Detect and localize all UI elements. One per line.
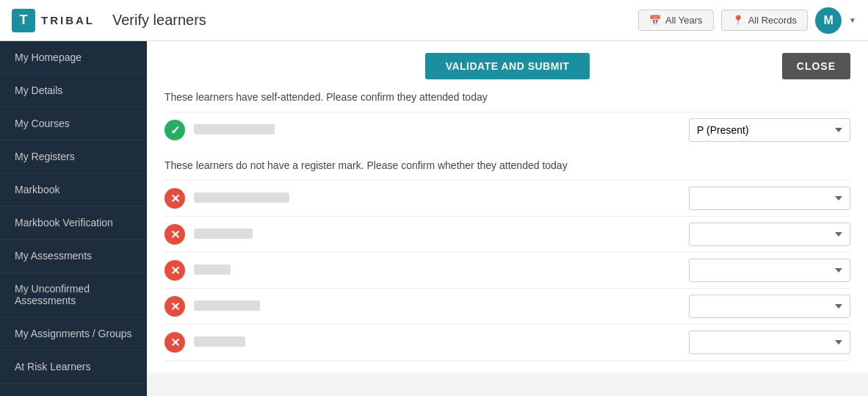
- all-years-label: All Years: [665, 15, 703, 26]
- header-actions: 📅 All Years 📍 All Records M ▼: [638, 7, 856, 34]
- attendance-select-nm5[interactable]: P (Present) A (Absent) L (Late): [689, 331, 850, 354]
- close-button[interactable]: CLOSE: [782, 53, 850, 79]
- x-icon: [164, 332, 185, 353]
- x-icon: [164, 260, 185, 281]
- attendance-select-sa1[interactable]: P (Present) A (Absent) L (Late): [689, 118, 850, 142]
- all-records-button[interactable]: 📍 All Records: [721, 10, 808, 31]
- validate-submit-button[interactable]: VALIDATE AND SUBMIT: [425, 53, 590, 79]
- learner-name-blurred: [194, 264, 689, 277]
- x-icon: [164, 224, 185, 245]
- check-icon: [164, 120, 185, 140]
- sidebar-item-my-unconfirmed-assessments[interactable]: My Unconfirmed Assessments: [0, 273, 147, 317]
- sidebar-item-markbook[interactable]: Markbook: [0, 173, 147, 206]
- learner-row: P (Present) A (Absent) L (Late): [164, 324, 850, 361]
- header: T TRIBAL Verify learners 📅 All Years 📍 A…: [0, 0, 868, 41]
- learner-name-blurred: [194, 300, 689, 313]
- attendance-select-nm4[interactable]: P (Present) A (Absent) L (Late): [689, 295, 850, 318]
- x-icon: [164, 296, 185, 317]
- layout: My Homepage My Details My Courses My Reg…: [0, 41, 868, 396]
- sidebar-item-my-registers[interactable]: My Registers: [0, 140, 147, 173]
- sidebar-item-markbook-verification[interactable]: Markbook Verification: [0, 206, 147, 240]
- attendance-select-nm2[interactable]: P (Present) A (Absent) L (Late): [689, 223, 850, 246]
- learner-name-blurred: [194, 192, 689, 205]
- learner-row: P (Present) A (Absent) L (Late): [164, 180, 850, 216]
- learner-name-blurred: [194, 124, 689, 137]
- learner-row: P (Present) A (Absent) L (Late): [164, 112, 850, 148]
- logo-box: T: [12, 9, 35, 32]
- attendance-select-nm3[interactable]: P (Present) A (Absent) L (Late): [689, 259, 850, 282]
- sidebar-item-my-assessments[interactable]: My Assessments: [0, 240, 147, 273]
- sidebar-item-at-risk-learners[interactable]: At Risk Learners: [0, 350, 147, 384]
- learner-name-blurred: [194, 228, 689, 241]
- toolbar-row: VALIDATE AND SUBMIT CLOSE: [164, 53, 850, 79]
- attendance-select-nm1[interactable]: P (Present) A (Absent) L (Late): [689, 187, 850, 210]
- logo-area: T TRIBAL: [12, 9, 95, 32]
- all-years-button[interactable]: 📅 All Years: [638, 10, 714, 31]
- sidebar-item-my-assignments-groups[interactable]: My Assignments / Groups: [0, 317, 147, 350]
- page-title: Verify learners: [112, 12, 638, 29]
- x-icon: [164, 188, 185, 209]
- content-area: VALIDATE AND SUBMIT CLOSE These learners…: [147, 41, 868, 372]
- section2-label: These learners do not have a register ma…: [164, 159, 850, 171]
- sidebar-item-my-details[interactable]: My Details: [0, 74, 147, 107]
- pin-icon: 📍: [732, 15, 744, 26]
- user-avatar-button[interactable]: M: [815, 7, 842, 34]
- learner-row: P (Present) A (Absent) L (Late): [164, 288, 850, 324]
- learner-name-blurred: [194, 336, 689, 349]
- learner-row: P (Present) A (Absent) L (Late): [164, 216, 850, 252]
- all-records-label: All Records: [748, 15, 797, 26]
- chevron-down-icon[interactable]: ▼: [849, 16, 856, 24]
- main-content: VALIDATE AND SUBMIT CLOSE These learners…: [147, 41, 868, 396]
- sidebar-item-my-courses[interactable]: My Courses: [0, 107, 147, 140]
- sidebar-item-my-homepage[interactable]: My Homepage: [0, 41, 147, 74]
- logo-text: TRIBAL: [41, 14, 95, 26]
- sidebar: My Homepage My Details My Courses My Reg…: [0, 41, 147, 396]
- calendar-icon: 📅: [649, 15, 661, 26]
- section1-label: These learners have self-attended. Pleas…: [164, 91, 850, 103]
- learner-row: P (Present) A (Absent) L (Late): [164, 252, 850, 288]
